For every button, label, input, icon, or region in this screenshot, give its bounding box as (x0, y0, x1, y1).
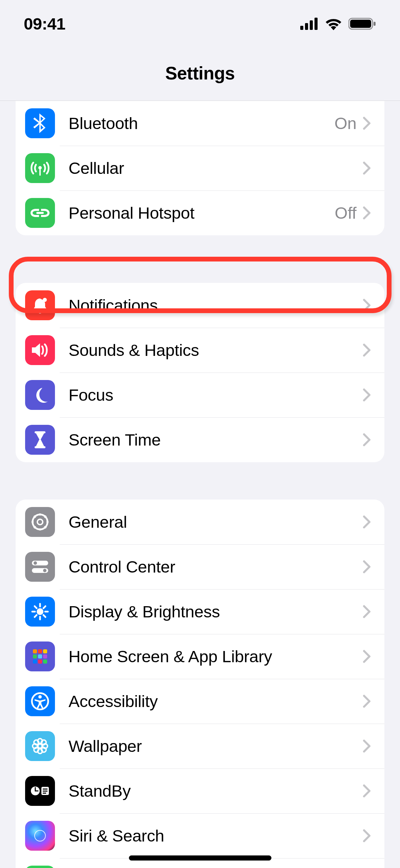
row-personal-hotspot[interactable]: Personal Hotspot Off (16, 191, 384, 235)
svg-point-26 (43, 569, 46, 572)
row-home-screen-app-library[interactable]: Home Screen & App Library (16, 634, 384, 679)
chevron-right-icon (363, 829, 371, 843)
chevron-right-icon (363, 206, 371, 220)
siri-icon (25, 821, 55, 851)
row-control-center[interactable]: Control Center (16, 544, 384, 589)
svg-line-20 (44, 526, 46, 528)
chevron-right-icon (363, 343, 371, 357)
row-value: Off (335, 203, 357, 222)
row-standby[interactable]: StandBy (16, 768, 384, 813)
row-label: Personal Hotspot (69, 203, 335, 222)
chevron-right-icon (363, 694, 371, 708)
svg-rect-2 (310, 20, 313, 30)
bluetooth-icon (25, 108, 55, 138)
svg-line-21 (34, 526, 36, 528)
cellular-antenna-icon (25, 153, 55, 183)
svg-point-14 (37, 519, 43, 525)
svg-point-24 (34, 561, 37, 565)
chevron-right-icon (363, 299, 371, 312)
row-label: Control Center (69, 557, 363, 576)
row-screen-time[interactable]: Screen Time (16, 417, 384, 462)
hourglass-icon (25, 425, 55, 455)
cellular-signal-icon (300, 18, 319, 30)
row-label: Cellular (69, 159, 363, 178)
nav-header: Settings (0, 51, 400, 101)
row-cellular[interactable]: Cellular (16, 146, 384, 191)
chevron-right-icon (363, 116, 371, 130)
flower-icon (25, 731, 55, 761)
home-indicator[interactable] (129, 855, 271, 861)
row-siri-search[interactable]: Siri & Search (16, 813, 384, 858)
row-label: General (69, 512, 363, 531)
row-label: StandBy (69, 781, 363, 800)
svg-line-35 (43, 606, 45, 608)
speaker-icon (25, 335, 55, 365)
row-label: Wallpaper (69, 737, 363, 756)
battery-icon (348, 17, 376, 30)
chevron-right-icon (363, 161, 371, 175)
svg-rect-12 (35, 446, 45, 448)
svg-rect-60 (43, 793, 46, 794)
bell-icon (25, 290, 55, 320)
svg-point-27 (37, 608, 43, 615)
chevron-right-icon (363, 739, 371, 753)
moon-icon (25, 380, 55, 410)
svg-line-32 (35, 606, 37, 608)
svg-line-33 (43, 615, 45, 617)
settings-group-system: General Control Center (16, 500, 384, 868)
status-time: 09:41 (24, 14, 65, 33)
svg-point-46 (38, 695, 42, 699)
svg-rect-59 (43, 791, 47, 792)
row-focus[interactable]: Focus (16, 373, 384, 417)
status-bar: 09:41 (0, 0, 400, 51)
wifi-icon (325, 17, 342, 30)
svg-line-34 (35, 615, 37, 617)
chevron-right-icon (363, 784, 371, 798)
svg-rect-3 (315, 18, 318, 30)
row-general[interactable]: General (16, 500, 384, 544)
svg-rect-0 (300, 26, 303, 30)
chevron-right-icon (363, 433, 371, 447)
svg-rect-44 (43, 659, 47, 664)
svg-rect-11 (35, 431, 45, 433)
svg-rect-39 (33, 654, 37, 658)
chevron-right-icon (363, 388, 371, 402)
settings-group-attention: Notifications Sounds & Haptics Focus (16, 283, 384, 462)
gear-icon (25, 507, 55, 537)
row-label: Focus (69, 385, 363, 404)
accessibility-icon (25, 686, 55, 716)
row-display-brightness[interactable]: Display & Brightness (16, 589, 384, 634)
svg-rect-58 (43, 789, 47, 790)
row-label: Screen Time (69, 430, 363, 449)
chevron-right-icon (363, 560, 371, 574)
svg-rect-1 (305, 23, 308, 30)
svg-rect-9 (36, 212, 44, 214)
svg-rect-38 (43, 649, 47, 653)
svg-point-47 (38, 744, 42, 748)
row-wallpaper[interactable]: Wallpaper (16, 724, 384, 768)
row-label: Bluetooth (69, 114, 335, 133)
sun-icon (25, 597, 55, 627)
row-accessibility[interactable]: Accessibility (16, 679, 384, 724)
row-label: Sounds & Haptics (69, 341, 363, 360)
chevron-right-icon (363, 515, 371, 529)
row-label: Home Screen & App Library (69, 647, 363, 666)
row-bluetooth[interactable]: Bluetooth On (16, 101, 384, 146)
row-value: On (335, 114, 357, 133)
hotspot-link-icon (25, 198, 55, 228)
row-label: Siri & Search (69, 826, 363, 845)
svg-point-61 (35, 830, 45, 841)
face-id-icon (25, 866, 55, 868)
page-title: Settings (0, 63, 400, 84)
svg-rect-43 (38, 659, 42, 664)
svg-line-19 (34, 516, 36, 518)
settings-group-connectivity: Bluetooth On Cellular (16, 101, 384, 235)
svg-rect-41 (43, 654, 47, 658)
svg-rect-42 (33, 659, 37, 664)
svg-line-22 (44, 516, 46, 518)
row-sounds-haptics[interactable]: Sounds & Haptics (16, 328, 384, 373)
chevron-right-icon (363, 650, 371, 663)
svg-rect-36 (33, 649, 37, 653)
svg-rect-37 (38, 649, 42, 653)
row-notifications[interactable]: Notifications (16, 283, 384, 328)
